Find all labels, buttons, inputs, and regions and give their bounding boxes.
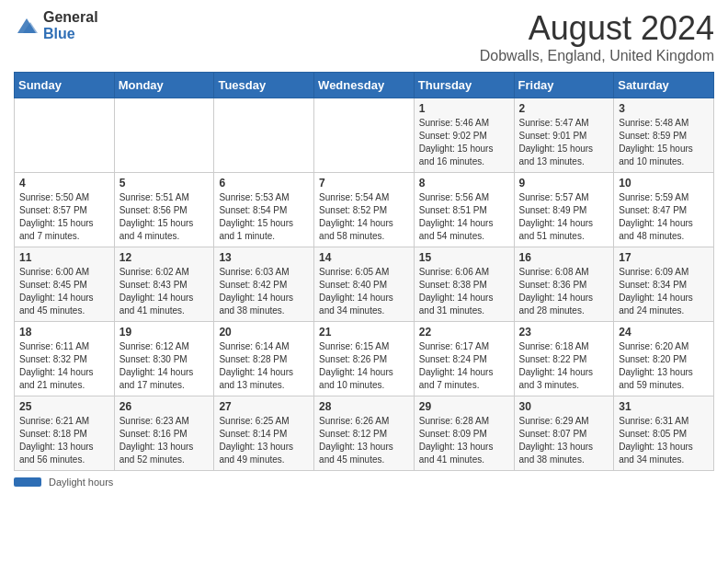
calendar-day-cell: 26Sunrise: 6:23 AM Sunset: 8:16 PM Dayli… — [114, 396, 214, 471]
day-info: Sunrise: 5:51 AM Sunset: 8:56 PM Dayligh… — [119, 191, 210, 243]
day-number: 25 — [19, 400, 109, 413]
day-number: 17 — [619, 251, 709, 264]
day-info: Sunrise: 6:23 AM Sunset: 8:16 PM Dayligh… — [119, 415, 210, 466]
day-info: Sunrise: 5:56 AM Sunset: 8:51 PM Dayligh… — [419, 191, 509, 243]
calendar-day-cell: 16Sunrise: 6:08 AM Sunset: 8:36 PM Dayli… — [514, 247, 614, 322]
day-number: 24 — [619, 326, 709, 339]
calendar-day-cell: 1Sunrise: 5:46 AM Sunset: 9:02 PM Daylig… — [414, 98, 514, 173]
day-number: 8 — [419, 177, 509, 190]
calendar-day-cell: 23Sunrise: 6:18 AM Sunset: 8:22 PM Dayli… — [514, 322, 614, 396]
calendar-day-cell: 15Sunrise: 6:06 AM Sunset: 8:38 PM Dayli… — [414, 247, 514, 322]
day-number: 19 — [119, 326, 210, 339]
calendar-day-cell: 24Sunrise: 6:20 AM Sunset: 8:20 PM Dayli… — [614, 322, 714, 396]
day-number: 9 — [519, 177, 609, 190]
day-info: Sunrise: 6:00 AM Sunset: 8:45 PM Dayligh… — [19, 266, 109, 317]
weekday-header: Thursday — [414, 73, 514, 98]
header: General Blue August 2024 Dobwalls, Engla… — [14, 9, 714, 64]
day-number: 7 — [319, 177, 409, 190]
main-title: August 2024 — [480, 9, 714, 48]
calendar-day-cell: 28Sunrise: 6:26 AM Sunset: 8:12 PM Dayli… — [314, 396, 415, 471]
weekday-header: Tuesday — [214, 73, 314, 98]
weekday-header: Friday — [514, 73, 614, 98]
day-info: Sunrise: 6:09 AM Sunset: 8:34 PM Dayligh… — [619, 266, 709, 317]
calendar-day-cell: 18Sunrise: 6:11 AM Sunset: 8:32 PM Dayli… — [15, 322, 115, 396]
calendar-day-cell — [15, 98, 115, 173]
day-number: 28 — [319, 400, 409, 413]
day-number: 23 — [519, 326, 609, 339]
day-number: 20 — [219, 326, 309, 339]
calendar-day-cell: 13Sunrise: 6:03 AM Sunset: 8:42 PM Dayli… — [214, 247, 314, 322]
day-info: Sunrise: 6:26 AM Sunset: 8:12 PM Dayligh… — [319, 415, 409, 466]
day-info: Sunrise: 5:53 AM Sunset: 8:54 PM Dayligh… — [219, 191, 309, 243]
day-number: 30 — [519, 400, 609, 413]
day-info: Sunrise: 6:17 AM Sunset: 8:24 PM Dayligh… — [419, 340, 509, 392]
daylight-label: Daylight hours — [49, 477, 113, 488]
day-number: 27 — [219, 400, 309, 413]
day-info: Sunrise: 6:03 AM Sunset: 8:42 PM Dayligh… — [219, 266, 309, 317]
weekday-header: Monday — [114, 73, 214, 98]
day-number: 12 — [119, 251, 210, 264]
calendar-day-cell: 8Sunrise: 5:56 AM Sunset: 8:51 PM Daylig… — [414, 173, 514, 247]
day-number: 16 — [519, 251, 609, 264]
calendar-day-cell: 5Sunrise: 5:51 AM Sunset: 8:56 PM Daylig… — [114, 173, 214, 247]
calendar-week-row: 11Sunrise: 6:00 AM Sunset: 8:45 PM Dayli… — [15, 247, 714, 322]
title-area: August 2024 Dobwalls, England, United Ki… — [480, 9, 714, 64]
calendar-day-cell: 2Sunrise: 5:47 AM Sunset: 9:01 PM Daylig… — [514, 98, 614, 173]
calendar-day-cell: 22Sunrise: 6:17 AM Sunset: 8:24 PM Dayli… — [414, 322, 514, 396]
day-info: Sunrise: 6:11 AM Sunset: 8:32 PM Dayligh… — [19, 340, 109, 392]
footer-note: Daylight hours — [14, 477, 714, 488]
calendar-day-cell — [114, 98, 214, 173]
day-number: 2 — [519, 102, 609, 115]
day-info: Sunrise: 6:21 AM Sunset: 8:18 PM Dayligh… — [19, 415, 109, 466]
day-number: 4 — [19, 177, 109, 190]
calendar-table: SundayMondayTuesdayWednesdayThursdayFrid… — [14, 72, 714, 471]
day-info: Sunrise: 5:48 AM Sunset: 8:59 PM Dayligh… — [619, 117, 709, 168]
calendar-day-cell: 9Sunrise: 5:57 AM Sunset: 8:49 PM Daylig… — [514, 173, 614, 247]
day-number: 14 — [319, 251, 409, 264]
calendar-day-cell: 11Sunrise: 6:00 AM Sunset: 8:45 PM Dayli… — [15, 247, 115, 322]
day-info: Sunrise: 6:20 AM Sunset: 8:20 PM Dayligh… — [619, 340, 709, 392]
calendar-day-cell: 25Sunrise: 6:21 AM Sunset: 8:18 PM Dayli… — [15, 396, 115, 471]
day-number: 15 — [419, 251, 509, 264]
day-number: 31 — [619, 400, 709, 413]
day-info: Sunrise: 6:05 AM Sunset: 8:40 PM Dayligh… — [319, 266, 409, 317]
logo: General Blue — [14, 9, 98, 41]
weekday-header: Sunday — [15, 73, 115, 98]
day-info: Sunrise: 5:57 AM Sunset: 8:49 PM Dayligh… — [519, 191, 609, 243]
logo-icon — [14, 13, 40, 39]
day-info: Sunrise: 6:29 AM Sunset: 8:07 PM Dayligh… — [519, 415, 609, 466]
day-info: Sunrise: 5:47 AM Sunset: 9:01 PM Dayligh… — [519, 117, 609, 168]
calendar-week-row: 1Sunrise: 5:46 AM Sunset: 9:02 PM Daylig… — [15, 98, 714, 173]
day-number: 26 — [119, 400, 210, 413]
day-info: Sunrise: 6:15 AM Sunset: 8:26 PM Dayligh… — [319, 340, 409, 392]
weekday-row: SundayMondayTuesdayWednesdayThursdayFrid… — [15, 73, 714, 98]
day-number: 11 — [19, 251, 109, 264]
day-info: Sunrise: 5:50 AM Sunset: 8:57 PM Dayligh… — [19, 191, 109, 243]
calendar-day-cell — [314, 98, 415, 173]
day-info: Sunrise: 6:06 AM Sunset: 8:38 PM Dayligh… — [419, 266, 509, 317]
calendar-day-cell: 7Sunrise: 5:54 AM Sunset: 8:52 PM Daylig… — [314, 173, 415, 247]
day-number: 10 — [619, 177, 709, 190]
calendar-header: SundayMondayTuesdayWednesdayThursdayFrid… — [15, 73, 714, 98]
calendar-day-cell — [214, 98, 314, 173]
calendar-day-cell: 29Sunrise: 6:28 AM Sunset: 8:09 PM Dayli… — [414, 396, 514, 471]
logo-text: General Blue — [43, 9, 98, 41]
day-number: 1 — [419, 102, 509, 115]
logo-blue-text: Blue — [43, 26, 98, 42]
day-number: 5 — [119, 177, 210, 190]
calendar-day-cell: 17Sunrise: 6:09 AM Sunset: 8:34 PM Dayli… — [614, 247, 714, 322]
day-info: Sunrise: 5:54 AM Sunset: 8:52 PM Dayligh… — [319, 191, 409, 243]
calendar-day-cell: 6Sunrise: 5:53 AM Sunset: 8:54 PM Daylig… — [214, 173, 314, 247]
day-number: 18 — [19, 326, 109, 339]
calendar-day-cell: 20Sunrise: 6:14 AM Sunset: 8:28 PM Dayli… — [214, 322, 314, 396]
calendar-day-cell: 21Sunrise: 6:15 AM Sunset: 8:26 PM Dayli… — [314, 322, 415, 396]
daylight-bar-icon — [14, 477, 41, 487]
day-number: 6 — [219, 177, 309, 190]
day-info: Sunrise: 6:08 AM Sunset: 8:36 PM Dayligh… — [519, 266, 609, 317]
day-number: 21 — [319, 326, 409, 339]
calendar-body: 1Sunrise: 5:46 AM Sunset: 9:02 PM Daylig… — [15, 98, 714, 471]
calendar-day-cell: 14Sunrise: 6:05 AM Sunset: 8:40 PM Dayli… — [314, 247, 415, 322]
day-info: Sunrise: 5:59 AM Sunset: 8:47 PM Dayligh… — [619, 191, 709, 243]
calendar-day-cell: 31Sunrise: 6:31 AM Sunset: 8:05 PM Dayli… — [614, 396, 714, 471]
calendar-day-cell: 10Sunrise: 5:59 AM Sunset: 8:47 PM Dayli… — [614, 173, 714, 247]
